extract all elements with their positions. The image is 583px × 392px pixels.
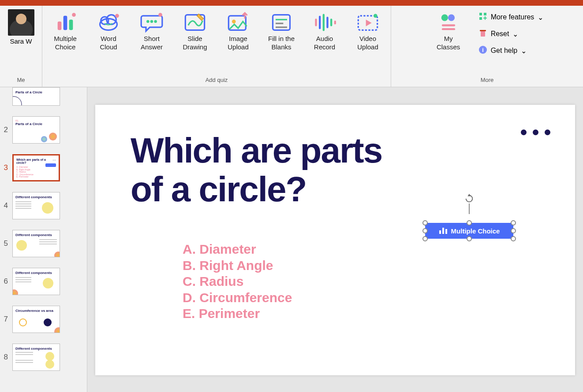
svg-rect-43 bbox=[445, 229, 447, 234]
svg-rect-31 bbox=[441, 28, 455, 30]
slide-thumb-2[interactable]: 01 Parts of a Circle bbox=[12, 116, 60, 144]
grid-plus-icon bbox=[478, 12, 487, 22]
chevron-down-icon: ⌄ bbox=[521, 47, 527, 55]
reset-button[interactable]: Reset ⌄ bbox=[478, 29, 544, 39]
svg-point-27 bbox=[374, 14, 377, 18]
svg-rect-34 bbox=[479, 17, 482, 20]
audio-record-button[interactable]: Audio Record bbox=[307, 9, 342, 53]
answer-options[interactable]: A. Diameter B. Right Angle C. Radius D. … bbox=[183, 241, 292, 322]
user-profile[interactable]: Sara W bbox=[6, 9, 37, 45]
three-dots-decoration bbox=[521, 129, 550, 135]
chevron-down-icon: ⌄ bbox=[538, 13, 543, 22]
drawing-icon bbox=[183, 11, 206, 34]
svg-point-28 bbox=[441, 15, 448, 21]
resize-handle[interactable] bbox=[467, 220, 472, 226]
svg-point-10 bbox=[154, 20, 157, 23]
svg-rect-41 bbox=[439, 230, 441, 234]
info-icon: i bbox=[478, 45, 487, 56]
thumb-number: 3 bbox=[2, 163, 8, 172]
people-icon bbox=[437, 11, 460, 34]
resize-handle[interactable] bbox=[511, 228, 516, 233]
image-upload-icon bbox=[227, 11, 250, 34]
short-answer-button[interactable]: Short Answer bbox=[134, 9, 169, 53]
ribbon-group-label-more: More bbox=[481, 75, 494, 85]
resize-handle[interactable] bbox=[422, 228, 428, 233]
chevron-down-icon: ⌄ bbox=[512, 30, 518, 38]
svg-marker-26 bbox=[366, 20, 372, 26]
video-upload-button[interactable]: Video Upload bbox=[350, 9, 385, 53]
slide-canvas-area[interactable]: Which are parts of a circle? A. Diameter… bbox=[87, 87, 583, 392]
workspace: Parts of a Circle 2 01 Parts of a Circle… bbox=[0, 87, 583, 392]
avatar bbox=[8, 9, 34, 36]
thumb-number: 8 bbox=[2, 353, 8, 362]
svg-point-3 bbox=[72, 13, 76, 17]
word-cloud-button[interactable]: Word Cloud bbox=[91, 9, 126, 53]
more-features-button[interactable]: More features ⌄ bbox=[478, 12, 544, 22]
slide-drawing-button[interactable]: Slide Drawing bbox=[177, 9, 213, 53]
slide-thumb-6[interactable]: Different components bbox=[12, 268, 60, 295]
slide-thumb-8[interactable]: Different components bbox=[12, 344, 60, 371]
my-classes-button[interactable]: My Classes bbox=[431, 9, 466, 53]
thumb-number: 5 bbox=[2, 239, 8, 248]
svg-text:i: i bbox=[482, 47, 484, 53]
fill-blanks-button[interactable]: Fill in the Blanks bbox=[264, 9, 299, 53]
svg-rect-32 bbox=[479, 13, 482, 15]
slide-title[interactable]: Which are parts of a circle? bbox=[131, 131, 382, 209]
slide-thumb-5[interactable]: Different components bbox=[12, 230, 60, 257]
resize-handle[interactable] bbox=[422, 236, 428, 241]
thumb-number: 6 bbox=[2, 277, 8, 286]
svg-point-11 bbox=[158, 13, 162, 17]
multiple-choice-object[interactable]: Multiple Choice bbox=[422, 215, 516, 247]
resize-handle[interactable] bbox=[511, 236, 516, 241]
svg-rect-1 bbox=[64, 16, 67, 30]
thumbnail-panel[interactable]: Parts of a Circle 2 01 Parts of a Circle… bbox=[0, 87, 87, 392]
svg-rect-2 bbox=[69, 20, 73, 30]
slide-thumb-7[interactable]: Circumference vs area bbox=[12, 306, 60, 333]
title-bar bbox=[0, 0, 583, 6]
resize-handle[interactable] bbox=[422, 220, 428, 226]
form-icon bbox=[270, 11, 293, 34]
svg-point-39 bbox=[12, 96, 22, 106]
ribbon-group-label-quiz: Add quiz bbox=[206, 75, 228, 85]
svg-point-8 bbox=[146, 20, 149, 23]
svg-point-7 bbox=[115, 14, 119, 18]
svg-rect-35 bbox=[481, 31, 485, 37]
ribbon-group-label-me: Me bbox=[17, 75, 25, 85]
bar-chart-icon bbox=[439, 227, 448, 235]
speech-bubble-icon bbox=[140, 11, 163, 34]
svg-rect-42 bbox=[442, 228, 444, 234]
slide-thumb-1[interactable]: Parts of a Circle bbox=[12, 87, 60, 106]
svg-marker-40 bbox=[467, 194, 471, 196]
ribbon: Sara W Me Multiple Choice Word Cloud bbox=[0, 6, 583, 87]
bar-chart-icon bbox=[54, 11, 77, 34]
resize-handle[interactable] bbox=[511, 220, 516, 226]
svg-point-9 bbox=[150, 20, 153, 23]
svg-rect-30 bbox=[441, 24, 455, 26]
thumb-number: 2 bbox=[2, 126, 8, 134]
thumb-number: 4 bbox=[2, 201, 8, 210]
user-name: Sara W bbox=[10, 37, 32, 45]
svg-rect-0 bbox=[58, 22, 62, 30]
trash-icon bbox=[478, 29, 487, 39]
svg-rect-36 bbox=[480, 30, 486, 31]
thumb-number: 7 bbox=[2, 315, 8, 324]
image-upload-button[interactable]: Image Upload bbox=[220, 9, 256, 53]
svg-point-29 bbox=[448, 15, 455, 21]
svg-rect-33 bbox=[484, 13, 486, 15]
audio-wave-icon bbox=[313, 11, 336, 34]
slide[interactable]: Which are parts of a circle? A. Diameter… bbox=[95, 105, 575, 375]
svg-point-14 bbox=[232, 20, 236, 24]
cloud-icon bbox=[97, 11, 120, 34]
slide-thumb-3[interactable]: Which are parts of a circle? A. Diameter… bbox=[12, 154, 60, 181]
slide-thumb-4[interactable]: Different components bbox=[12, 192, 60, 219]
video-icon bbox=[356, 11, 379, 34]
get-help-button[interactable]: i Get help ⌄ bbox=[478, 45, 544, 56]
rotate-handle[interactable] bbox=[464, 194, 474, 203]
multiple-choice-button[interactable]: Multiple Choice bbox=[48, 9, 83, 53]
resize-handle[interactable] bbox=[467, 236, 472, 241]
